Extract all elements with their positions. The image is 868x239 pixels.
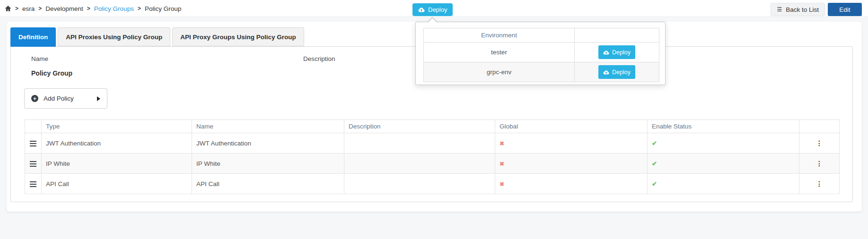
tab-api-proxies-using-policy-group[interactable]: API Proxies Using Policy Group (58, 27, 170, 46)
column-header-type: Type (42, 120, 192, 133)
column-header-actions (799, 120, 840, 133)
deploy-button-label: Deploy (612, 69, 631, 76)
cell-description (344, 133, 495, 154)
cell-type: API Call (42, 174, 192, 194)
list-icon: ☰ (777, 6, 782, 13)
top-bar: > esra > Development > Policy Groups > P… (0, 0, 868, 17)
description-label: Description (303, 55, 335, 62)
environment-row-tester: tester Deploy (424, 43, 659, 62)
tab-bar: Definition API Proxies Using Policy Grou… (10, 27, 304, 47)
cell-name: JWT Authentication (192, 133, 344, 154)
back-to-list-label: Back to List (786, 6, 819, 13)
cell-name: API Call (192, 174, 344, 194)
cross-icon: ✖ (500, 161, 504, 167)
column-header-description: Description (344, 120, 495, 133)
cell-environment: tester (424, 43, 575, 62)
cloud-upload-icon (603, 70, 609, 75)
breadcrumb-item-esra[interactable]: esra (22, 5, 35, 12)
add-policy-label: Add Policy (44, 95, 74, 102)
deploy-popup: Environment tester Deploy grpc-env (415, 22, 666, 85)
cross-icon: ✖ (500, 181, 504, 188)
popup-caret (427, 17, 438, 22)
cell-environment: grpc-env (424, 62, 575, 82)
edit-button[interactable]: Edit (828, 3, 862, 16)
tab-api-proxy-groups-using-policy-group[interactable]: API Proxy Groups Using Policy Group (172, 27, 304, 46)
cell-type: IP White (42, 154, 192, 174)
breadcrumb: > esra > Development > Policy Groups > P… (5, 0, 181, 17)
breadcrumb-item-development[interactable]: Development (45, 5, 83, 12)
policy-table-header-row: Type Name Description Global Enable Stat… (25, 120, 840, 133)
environment-table-header-row: Environment (424, 28, 659, 43)
environment-row-grpc-env: grpc-env Deploy (424, 62, 659, 82)
breadcrumb-separator: > (15, 5, 18, 12)
check-icon: ✔ (652, 140, 657, 147)
plus-circle-icon: + (31, 95, 38, 102)
cloud-upload-icon (418, 7, 425, 12)
breadcrumb-item-policy-groups[interactable]: Policy Groups (94, 5, 134, 12)
breadcrumb-item-policy-group: Policy Group (145, 5, 181, 12)
table-row: JWT Authentication JWT Authentication ✖ … (25, 133, 840, 154)
column-header-handle (25, 120, 42, 133)
caret-right-icon (97, 96, 100, 101)
cell-type: JWT Authentication (42, 133, 192, 154)
back-to-list-button[interactable]: ☰ Back to List (771, 3, 825, 16)
table-row: API Call API Call ✖ ✔ ⋮ (25, 174, 840, 194)
column-header-global: Global (495, 120, 648, 133)
cell-name: IP White (192, 154, 344, 174)
column-header-enable-status: Enable Status (648, 120, 799, 133)
drag-handle-icon[interactable] (30, 161, 36, 167)
name-value: Policy Group (31, 69, 72, 77)
cross-icon: ✖ (500, 140, 504, 147)
topbar-actions: ☰ Back to List Edit (771, 3, 862, 16)
drag-handle-icon[interactable] (30, 181, 36, 188)
breadcrumb-separator: > (38, 5, 42, 12)
cloud-upload-icon (603, 50, 609, 55)
home-icon[interactable] (5, 5, 11, 12)
column-header-deploy-action (575, 28, 659, 43)
table-row: IP White IP White ✖ ✔ ⋮ (25, 154, 840, 174)
deploy-environment-button[interactable]: Deploy (598, 45, 635, 59)
check-icon: ✔ (652, 180, 657, 188)
deploy-button-label: Deploy (428, 6, 447, 13)
drag-handle-icon[interactable] (30, 141, 36, 147)
column-header-name: Name (192, 120, 344, 133)
breadcrumb-separator: > (87, 5, 90, 12)
row-menu-icon[interactable]: ⋮ (816, 160, 823, 167)
row-menu-icon[interactable]: ⋮ (816, 180, 823, 188)
column-header-environment: Environment (424, 28, 575, 43)
add-policy-button[interactable]: + Add Policy (24, 88, 107, 109)
policy-table: Type Name Description Global Enable Stat… (25, 120, 840, 194)
row-menu-icon[interactable]: ⋮ (816, 139, 823, 147)
environment-table: Environment tester Deploy grpc-env (423, 28, 659, 82)
cell-description (344, 174, 495, 194)
deploy-button-label: Deploy (612, 49, 631, 56)
check-icon: ✔ (652, 160, 657, 167)
deploy-environment-button[interactable]: Deploy (598, 65, 635, 79)
name-label: Name (31, 55, 48, 62)
breadcrumb-separator: > (138, 5, 141, 12)
deploy-button[interactable]: Deploy (412, 3, 453, 16)
tab-definition[interactable]: Definition (10, 27, 56, 47)
cell-description (344, 154, 495, 174)
